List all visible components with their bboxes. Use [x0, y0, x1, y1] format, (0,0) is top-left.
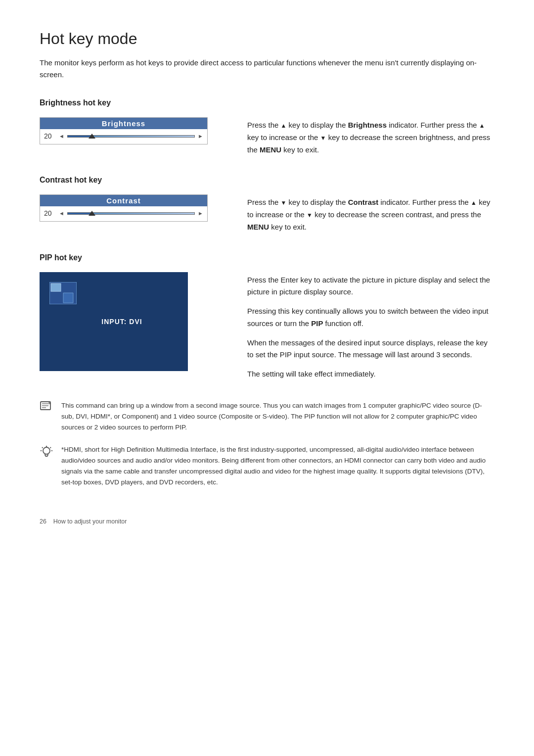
contrast-widget: Contrast 20 ◄ ► — [40, 194, 227, 222]
pip-section: PIP hot key INPUT — [40, 253, 494, 380]
contrast-track — [67, 212, 195, 215]
pip-desc4: The setting will take effect immediately… — [247, 368, 494, 380]
note-svg-2 — [40, 445, 53, 459]
pip-input-label: INPUT: DVI — [101, 318, 142, 326]
contrast-thumb — [89, 211, 95, 216]
svg-marker-2 — [63, 293, 73, 303]
svg-rect-1 — [51, 284, 61, 291]
brightness-track — [67, 135, 195, 138]
page-number: 26 — [40, 518, 46, 525]
brightness-thumb — [89, 134, 95, 139]
pip-widget: INPUT: DVI — [40, 272, 227, 371]
pip-display: INPUT: DVI — [40, 272, 188, 371]
contrast-track-container — [67, 210, 195, 217]
brightness-arrow-right[interactable]: ► — [198, 133, 203, 139]
pip-hotkey-row: INPUT: DVI Press the Enter key to activa… — [40, 272, 494, 380]
note-text-2: *HDMI, short for High Definition Multime… — [61, 444, 494, 488]
brightness-arrow-up2-icon — [479, 121, 485, 129]
contrast-arrow-down2-icon — [307, 210, 312, 219]
brightness-arrow-up-icon — [281, 121, 287, 129]
pip-desc2: Pressing this key continually allows you… — [247, 305, 494, 330]
brightness-widget: Brightness 20 ◄ ► — [40, 117, 227, 144]
note-text-1: This command can bring up a window from … — [61, 400, 494, 433]
note-icon-2 — [40, 445, 54, 464]
brightness-arrow-left[interactable]: ◄ — [59, 133, 64, 139]
brightness-section: Brightness hot key Brightness 20 ◄ ► Pre… — [40, 98, 494, 156]
brightness-heading: Brightness hot key — [40, 98, 494, 107]
pip-description: Press the Enter key to activate the pict… — [247, 272, 494, 380]
contrast-arrow-down-icon — [281, 198, 287, 206]
svg-line-11 — [50, 447, 51, 448]
brightness-slider-row: 20 ◄ ► — [40, 129, 207, 144]
contrast-slider-title: Contrast — [40, 195, 207, 206]
svg-point-7 — [43, 447, 50, 454]
contrast-arrow-left[interactable]: ◄ — [59, 210, 64, 216]
contrast-section: Contrast hot key Contrast 20 ◄ ► Press t… — [40, 176, 494, 233]
footer-text: How to adjust your monitor — [53, 518, 127, 525]
page-footer: 26 How to adjust your monitor — [40, 518, 494, 525]
pip-corner-icon — [49, 282, 77, 304]
brightness-slider-title: Brightness — [40, 118, 207, 129]
contrast-description: Press the key to display the Contrast in… — [247, 194, 494, 233]
pip-screen: INPUT: DVI — [40, 272, 188, 371]
contrast-heading: Contrast hot key — [40, 176, 494, 185]
notes-section: This command can bring up a window from … — [40, 400, 494, 488]
note-icon-1 — [40, 401, 54, 418]
brightness-value: 20 — [44, 132, 56, 140]
page-title: Hot key mode — [40, 30, 494, 48]
intro-paragraph: The monitor keys perform as hot keys to … — [40, 57, 494, 81]
contrast-hotkey-row: Contrast 20 ◄ ► Press the key to display… — [40, 194, 494, 233]
pip-corner-svg — [49, 282, 77, 304]
brightness-slider-widget: Brightness 20 ◄ ► — [40, 117, 208, 144]
contrast-slider-row: 20 ◄ ► — [40, 206, 207, 221]
note-item-2: *HDMI, short for High Definition Multime… — [40, 444, 494, 488]
pip-desc1: Press the Enter key to activate the pict… — [247, 274, 494, 299]
contrast-arrow-up-icon — [471, 198, 477, 206]
brightness-track-container — [67, 133, 195, 140]
pip-desc3: When the messages of the desired input s… — [247, 337, 494, 362]
contrast-value: 20 — [44, 209, 56, 217]
svg-line-10 — [42, 447, 43, 448]
pip-heading: PIP hot key — [40, 253, 494, 262]
brightness-hotkey-row: Brightness 20 ◄ ► Press the key to displ… — [40, 117, 494, 156]
contrast-slider-widget: Contrast 20 ◄ ► — [40, 194, 208, 222]
note-svg-1 — [40, 401, 53, 413]
contrast-arrow-right[interactable]: ► — [198, 210, 203, 216]
brightness-description: Press the key to display the Brightness … — [247, 117, 494, 156]
brightness-arrow-down-icon — [320, 133, 326, 142]
note-item-1: This command can bring up a window from … — [40, 400, 494, 433]
